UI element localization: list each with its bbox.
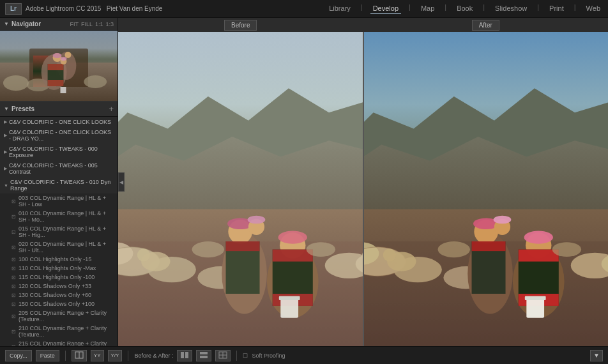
preset-group-contrast[interactable]: ▶ C&V COLORIFIC - TWEAKS - 005 Contrast — [0, 160, 118, 177]
presets-header[interactable]: ▼ Presets + — [0, 101, 118, 117]
presets-arrow-icon: ▼ — [4, 106, 9, 112]
nav-menu: Library | Develop | Map | Book | Slidesh… — [326, 3, 603, 14]
nav-map[interactable]: Map — [418, 3, 437, 14]
preset-item-highlights-1[interactable]: ⊡100 COL Highlights Only -15 — [0, 255, 118, 264]
view-y-slash-y-btn[interactable]: Y/Y — [108, 350, 123, 361]
preset-item-icon: ⊡ — [11, 199, 16, 204]
preset-group-arrow-icon-4: ▶ — [4, 166, 7, 171]
before-after-mode-label: Before & After : — [134, 353, 173, 359]
preset-item-dynrange-3[interactable]: ⊡015 COL Dynamic Range | HL & + SH - Hig… — [0, 224, 118, 239]
nav-library[interactable]: Library — [326, 3, 353, 14]
nav-develop[interactable]: Develop — [370, 3, 401, 14]
preset-item-dynrange-4[interactable]: ⊡020 COL Dynamic Range | HL & + SH - Ult… — [0, 239, 118, 255]
presets-add-icon[interactable]: + — [109, 104, 114, 114]
preset-item-icon-6: ⊡ — [11, 266, 16, 271]
svg-rect-84 — [181, 352, 184, 358]
preset-group-one-click-drag-label: C&V COLORIFIC - ONE CLICK LOOKS - DRAG Y… — [9, 129, 114, 142]
nav-div-4: | — [483, 3, 485, 14]
nav-print[interactable]: Print — [547, 3, 566, 14]
nav-svg-overlay — [0, 31, 118, 101]
flag-icon — [75, 351, 84, 359]
preset-item-label-13: 215 COL Dynamic Range + Clarity (Texture… — [19, 340, 114, 346]
preset-item-shadows-1[interactable]: ⊡120 COL Shadows Only +33 — [0, 282, 118, 291]
preset-item-label-9: 130 COL Shadows Only +60 — [19, 292, 91, 298]
app-name: Adobe Lightroom CC 2015 — [26, 5, 101, 12]
preset-item-shadows-3[interactable]: ⊡150 COL Shadows Only +100 — [0, 300, 118, 308]
preset-item-label-4: 020 COL Dynamic Range | HL & + SH - Ult.… — [19, 241, 114, 254]
preset-item-icon-9: ⊡ — [11, 292, 16, 298]
before-after-layout-btn-2[interactable] — [196, 350, 211, 361]
preset-item-label-3: 015 COL Dynamic Range | HL & + SH - Hig.… — [19, 225, 114, 238]
nav-1to1-btn[interactable]: 1:1 — [95, 21, 103, 27]
nav-fit-btn[interactable]: FIT — [70, 21, 79, 27]
preset-item-icon-12: ⊡ — [11, 329, 16, 335]
preset-group-arrow-icon-2: ▶ — [4, 133, 7, 138]
preset-item-clarity-2[interactable]: ⊡210 COL Dynamic Range + Clarity (Textur… — [0, 324, 118, 339]
bottom-bar: Copy... Paste YY Y/Y Before & After : ☐ … — [0, 346, 608, 364]
layout-side-icon — [180, 351, 189, 359]
expand-btn[interactable]: ▼ — [590, 350, 603, 361]
svg-rect-32 — [273, 250, 313, 262]
nav-book[interactable]: Book — [454, 3, 475, 14]
preset-item-icon-3: ⊡ — [11, 229, 16, 235]
svg-point-64 — [524, 231, 552, 244]
nav-web[interactable]: Web — [584, 3, 603, 14]
nav-slideshow[interactable]: Slideshow — [492, 3, 529, 14]
preset-item-icon-11: ⊡ — [11, 314, 16, 319]
preset-item-highlights-2[interactable]: ⊡110 COL Highlights Only -Max — [0, 264, 118, 273]
preset-item-clarity-3[interactable]: ⊡215 COL Dynamic Range + Clarity (Textur… — [0, 339, 118, 346]
svg-rect-38 — [226, 241, 260, 251]
after-label-btn[interactable]: After — [472, 20, 499, 31]
preset-item-icon-10: ⊡ — [11, 301, 16, 307]
preset-group-dynrange[interactable]: ▼ C&V COLORIFIC - TWEAKS - 010 Dyn Range — [0, 177, 118, 193]
paste-button[interactable]: Paste — [36, 350, 59, 361]
before-label-btn[interactable]: Before — [224, 20, 257, 31]
app-title: Adobe Lightroom CC 2015 Piet Van den Eyn… — [26, 5, 326, 12]
svg-point-30 — [278, 231, 307, 244]
preset-group-arrow-icon-5: ▼ — [4, 183, 8, 188]
preset-group-one-click[interactable]: ▶ C&V COLORIFIC - ONE CLICK LOOKS — [0, 117, 118, 127]
preset-group-exposure-label: C&V COLORIFIC - TWEAKS - 000 Exposure — [9, 146, 114, 158]
copy-button[interactable]: Copy... — [5, 350, 32, 361]
svg-point-26 — [137, 248, 150, 261]
view-mode-flag-btn[interactable] — [72, 350, 87, 361]
svg-point-6 — [65, 52, 71, 58]
preset-item-highlights-3[interactable]: ⊡115 COL Highlights Only -100 — [0, 273, 118, 282]
preset-item-label-7: 115 COL Highlights Only -100 — [19, 274, 95, 280]
left-panel: ▼ Navigator FIT FILL 1:1 1:3 — [0, 18, 118, 346]
toolbar-sep-3 — [236, 351, 237, 361]
svg-point-2 — [84, 75, 107, 88]
navigator-header[interactable]: ▼ Navigator FIT FILL 1:1 1:3 — [0, 18, 118, 31]
logo-text: Lr — [10, 5, 17, 12]
preset-item-label-6: 110 COL Highlights Only -Max — [19, 265, 96, 271]
soft-proofing-checkbox[interactable]: ☐ — [243, 353, 248, 359]
svg-rect-85 — [185, 352, 188, 358]
preset-item-label-10: 150 COL Shadows Only +100 — [19, 301, 95, 307]
svg-point-13 — [60, 57, 66, 61]
preset-group-exposure[interactable]: ▶ C&V COLORIFIC - TWEAKS - 000 Exposure — [0, 144, 118, 160]
preset-item-dynrange-1[interactable]: ⊡003 COL Dynamic Range | HL & + SH - Low — [0, 193, 118, 209]
before-after-layout-btn-1[interactable] — [177, 350, 192, 361]
svg-rect-8 — [48, 64, 64, 70]
preset-group-one-click-drag[interactable]: ▶ C&V COLORIFIC - ONE CLICK LOOKS - DRAG… — [0, 127, 118, 144]
svg-point-0 — [3, 75, 29, 91]
view-yy-btn[interactable]: YY — [91, 350, 104, 361]
svg-rect-87 — [200, 356, 208, 358]
main-layout: ▼ Navigator FIT FILL 1:1 1:3 — [0, 18, 608, 346]
preset-item-shadows-2[interactable]: ⊡130 COL Shadows Only +60 — [0, 291, 118, 300]
svg-rect-42 — [279, 296, 300, 300]
svg-point-81 — [552, 242, 581, 257]
nav-photo — [0, 31, 118, 101]
left-panel-collapse-btn[interactable]: ◀ — [118, 172, 125, 192]
toolbar-sep-2 — [128, 351, 128, 361]
nav-1to3-btn[interactable]: 1:3 — [105, 21, 114, 27]
preset-item-label-5: 100 COL Highlights Only -15 — [19, 256, 91, 262]
preset-item-icon-13: ⊡ — [11, 344, 16, 347]
preset-item-icon-8: ⊡ — [11, 284, 16, 289]
preset-item-dynrange-2[interactable]: ⊡010 COL Dynamic Range | HL & + SH - Mo.… — [0, 209, 118, 224]
nav-fill-btn[interactable]: FILL — [81, 21, 93, 27]
preset-item-clarity-1[interactable]: ⊡205 COL Dynamic Range + Clarity (Textur… — [0, 308, 118, 324]
svg-rect-76 — [524, 296, 545, 300]
svg-point-40 — [248, 216, 266, 224]
before-after-layout-btn-3[interactable] — [215, 350, 231, 361]
